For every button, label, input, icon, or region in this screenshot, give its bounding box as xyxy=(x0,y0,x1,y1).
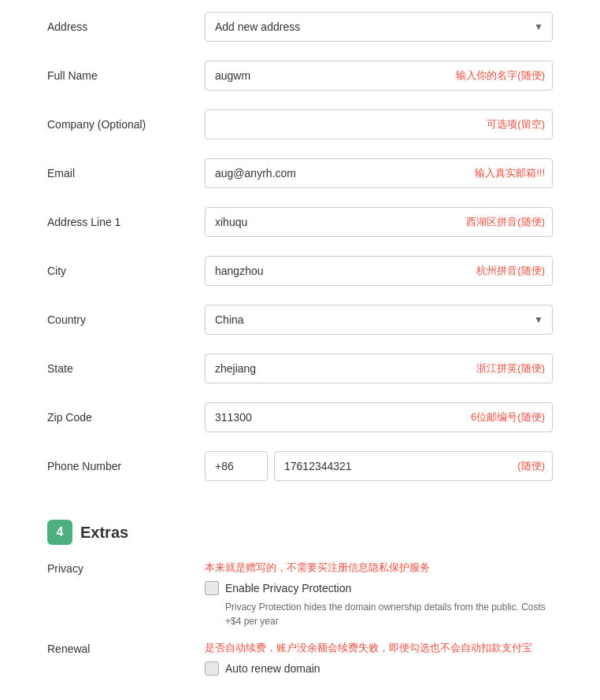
city-field: 杭州拼音(随便) xyxy=(205,256,553,286)
email-field: 输入真实邮箱!!! xyxy=(205,158,553,188)
privacy-row: Privacy 本来就是赠写的，不需要买注册信息隐私保护服务 Enable Pr… xyxy=(47,561,553,628)
country-select-wrapper: China United States United Kingdom Japan… xyxy=(205,305,553,335)
phone-number-input[interactable] xyxy=(274,451,553,481)
address-form: Address Add new address ▼ Full Name 输入你的… xyxy=(0,0,600,512)
zip-code-field: 6位邮编号(随便) xyxy=(205,402,553,432)
full-name-wrapper: 输入你的名字(随便) xyxy=(205,61,553,91)
country-label: Country xyxy=(47,313,205,326)
extras-section: 4 Extras Privacy 本来就是赠写的，不需要买注册信息隐私保护服务 … xyxy=(0,512,600,700)
city-input[interactable] xyxy=(205,256,553,286)
state-input[interactable] xyxy=(205,354,553,383)
country-row: Country China United States United Kingd… xyxy=(47,301,553,339)
renewal-notice: 是否自动续费，账户没余额会续费失败，即便勾选也不会自动扣款支付宝 xyxy=(205,641,553,655)
privacy-label: Privacy xyxy=(47,561,205,628)
email-row: Email 输入真实邮箱!!! xyxy=(47,154,553,192)
company-input[interactable] xyxy=(205,109,553,139)
email-input[interactable] xyxy=(205,158,553,188)
address-select-wrapper: Add new address ▼ xyxy=(205,12,553,42)
renewal-content: 是否自动续费，账户没余额会续费失败，即便勾选也不会自动扣款支付宝 Auto re… xyxy=(205,641,553,680)
phone-label: Phone Number xyxy=(47,460,205,472)
zip-code-label: Zip Code xyxy=(47,411,205,424)
company-field: 可选项(留空) xyxy=(205,109,553,139)
phone-row: Phone Number (随便) xyxy=(47,447,553,485)
privacy-checkbox-label: Enable Privacy Protection xyxy=(225,582,351,594)
state-field: 浙江拼英(随便) xyxy=(205,354,553,383)
company-wrapper: 可选项(留空) xyxy=(205,109,553,139)
zip-code-wrapper: 6位邮编号(随便) xyxy=(205,402,553,432)
renewal-checkbox-row: Auto renew domain xyxy=(205,661,553,676)
email-wrapper: 输入真实邮箱!!! xyxy=(205,158,553,188)
renewal-label: Renewal xyxy=(47,641,205,680)
privacy-content: 本来就是赠写的，不需要买注册信息隐私保护服务 Enable Privacy Pr… xyxy=(205,561,553,628)
city-row: City 杭州拼音(随便) xyxy=(47,252,553,290)
privacy-checkbox[interactable] xyxy=(205,581,219,595)
address-line1-label: Address Line 1 xyxy=(47,216,205,228)
company-label: Company (Optional) xyxy=(47,118,205,131)
privacy-notice: 本来就是赠写的，不需要买注册信息隐私保护服务 xyxy=(205,561,553,575)
city-label: City xyxy=(47,265,205,277)
address-line1-input[interactable] xyxy=(205,207,553,237)
phone-code-input[interactable] xyxy=(205,451,268,481)
phone-inputs-row: (随便) xyxy=(205,451,553,481)
country-field: China United States United Kingdom Japan… xyxy=(205,305,553,335)
address-select[interactable]: Add new address xyxy=(205,12,553,42)
company-row: Company (Optional) 可选项(留空) xyxy=(47,106,553,143)
address-label: Address xyxy=(47,20,205,33)
state-wrapper: 浙江拼英(随便) xyxy=(205,354,553,383)
zip-code-row: Zip Code 6位邮编号(随便) xyxy=(47,398,553,436)
phone-number-wrapper: (随便) xyxy=(274,451,553,481)
city-wrapper: 杭州拼音(随便) xyxy=(205,256,553,286)
full-name-input[interactable] xyxy=(205,61,553,91)
renewal-checkbox[interactable] xyxy=(205,661,219,676)
full-name-row: Full Name 输入你的名字(随便) xyxy=(47,57,553,94)
phone-field: (随便) xyxy=(205,451,553,481)
zip-code-input[interactable] xyxy=(205,402,553,432)
full-name-field: 输入你的名字(随便) xyxy=(205,61,553,91)
renewal-row: Renewal 是否自动续费，账户没余额会续费失败，即便勾选也不会自动扣款支付宝… xyxy=(47,641,553,680)
address-field: Add new address ▼ xyxy=(205,12,553,42)
state-label: State xyxy=(47,362,205,375)
privacy-checkbox-row: Enable Privacy Protection xyxy=(205,581,553,595)
address-row: Address Add new address ▼ xyxy=(47,8,553,46)
country-select[interactable]: China United States United Kingdom Japan… xyxy=(205,305,553,335)
extras-header: 4 Extras xyxy=(47,520,553,545)
full-name-label: Full Name xyxy=(47,69,205,82)
extras-title: Extras xyxy=(80,524,128,542)
state-row: State 浙江拼英(随便) xyxy=(47,350,553,387)
address-line1-row: Address Line 1 西湖区拼音(随便) xyxy=(47,203,553,241)
address-line1-field: 西湖区拼音(随便) xyxy=(205,207,553,237)
email-label: Email xyxy=(47,167,205,180)
step-badge: 4 xyxy=(47,520,72,545)
renewal-checkbox-label: Auto renew domain xyxy=(225,662,320,675)
address-line1-wrapper: 西湖区拼音(随便) xyxy=(205,207,553,237)
privacy-description: Privacy Protection hides the domain owne… xyxy=(225,600,553,628)
